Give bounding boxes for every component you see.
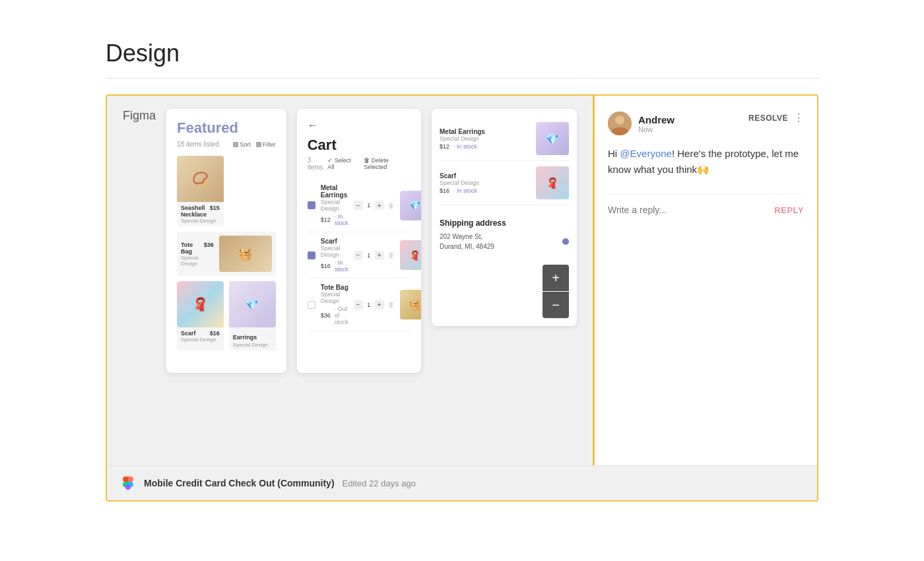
cart-item-checkbox[interactable] — [308, 301, 315, 309]
cart-ext-stock: · In stock — [453, 143, 477, 150]
product-name: Earrings — [233, 334, 257, 341]
product-brand: Special Design — [181, 218, 220, 224]
cart-item: Tote Bag Special Design $36 · Out of sto… — [308, 279, 411, 331]
product-header: Seashell Necklace $15 — [181, 205, 220, 218]
more-options-button[interactable]: ⋮ — [793, 112, 804, 124]
filter-button[interactable]: Filter — [256, 141, 276, 148]
cart-item-checkbox[interactable] — [308, 201, 315, 209]
cart-item-price: $36 — [321, 312, 331, 319]
footer-filename: Mobile Credit Card Check Out (Community) — [144, 478, 335, 488]
cart-ext-item: Metal Earrings Special Design $12 · In s… — [440, 117, 569, 161]
product-image-necklace: 📿 — [177, 156, 224, 202]
avatar-image — [608, 112, 632, 135]
featured-actions: Sort Filter — [233, 141, 276, 148]
user-details: Andrew Now — [638, 114, 675, 133]
product-header: Scarf $16 — [181, 330, 220, 337]
product-price: $15 — [210, 205, 220, 211]
select-all-button[interactable]: ✓ Select All — [327, 157, 357, 170]
shipping-row: 202 Wayne St, Durand, MI, 48429 — [440, 232, 569, 251]
page-container: Design Figma Featured 18 items listed So… — [0, 0, 924, 541]
product-brand: Special Design — [233, 342, 272, 348]
product-image-earrings: 💎 — [229, 281, 276, 327]
cart-item-image: 🧣 — [400, 240, 421, 270]
zoom-in-button[interactable]: + — [543, 265, 569, 291]
qty-plus[interactable]: + — [375, 251, 384, 260]
zoom-out-button[interactable]: − — [543, 292, 569, 318]
cart-frame: ← Cart 3 items ✓ Select All 🗑 Delete Sel… — [297, 109, 421, 373]
cart-item-brand: Special Design — [321, 291, 348, 304]
cart-item-image: 💎 — [400, 191, 421, 220]
cart-item-price: $16 — [321, 263, 331, 269]
product-grid: 📿 Seashell Necklace $15 Special Design — [177, 156, 276, 350]
delete-icon[interactable]: 🗑 — [388, 301, 395, 308]
cart-ext-stock: · In stock — [453, 187, 477, 194]
cart-item-info: Tote Bag Special Design $36 · Out of sto… — [321, 284, 348, 325]
list-item[interactable]: 🧣 Scarf $16 Special Design — [177, 281, 224, 350]
reply-area: REPLY — [608, 193, 804, 215]
shipping-title: Shipping address — [440, 218, 569, 228]
comment-mention[interactable]: @Everyone — [620, 148, 672, 159]
cart-ext-price: $12 — [440, 143, 449, 150]
qty-plus[interactable]: + — [375, 201, 384, 210]
qty-minus[interactable]: − — [354, 251, 363, 260]
featured-title: Featured — [177, 119, 276, 137]
comment-panel: Andrew Now RESOLVE ⋮ Hi @Everyone! Here'… — [593, 96, 817, 465]
product-name: Scarf — [181, 330, 196, 337]
sort-button[interactable]: Sort — [233, 141, 251, 148]
product-info: Seashell Necklace $15 Special Design — [177, 202, 224, 226]
preview-inner: Figma Featured 18 items listed Sort Filt… — [107, 96, 593, 465]
reply-button[interactable]: REPLY — [774, 205, 804, 215]
items-count: 18 items listed — [177, 141, 219, 148]
figma-label: Figma — [123, 109, 156, 123]
cart-ext-image: 💎 — [536, 122, 569, 155]
product-image-scarf: 🧣 — [177, 281, 224, 327]
cart-count: 3 items — [308, 156, 328, 171]
cart-item-checkbox[interactable] — [308, 251, 315, 259]
user-time: Now — [638, 125, 675, 133]
cart-ext-name: Metal Earrings — [440, 128, 531, 135]
comment-header: Andrew Now RESOLVE ⋮ — [608, 112, 804, 135]
comment-text-hi: Hi — [608, 148, 620, 159]
cart-item-brand: Special Design — [321, 199, 348, 212]
product-name: Seashell Necklace — [181, 205, 210, 218]
main-card: Figma Featured 18 items listed Sort Filt… — [106, 94, 818, 502]
cart-item-qty: − 1 + 🗑 — [354, 201, 395, 210]
cart-item: Scarf Special Design $16 · In stock − 1 — [308, 232, 411, 279]
qty-minus[interactable]: − — [354, 201, 363, 210]
back-button[interactable]: ← — [308, 119, 411, 131]
product-price: $16 — [210, 330, 220, 337]
delete-icon[interactable]: 🗑 — [388, 251, 395, 259]
cart-item-stock: · In stock — [335, 259, 348, 273]
product-price: $36 — [204, 242, 214, 248]
cart-title: Cart — [308, 137, 411, 154]
qty-minus[interactable]: − — [354, 300, 363, 310]
list-item[interactable]: 📿 Seashell Necklace $15 Special Design — [177, 156, 224, 226]
product-info: Scarf $16 Special Design — [177, 327, 224, 345]
delete-icon[interactable]: 🗑 — [388, 202, 395, 209]
avatar — [608, 112, 632, 135]
qty-value: 1 — [366, 302, 372, 308]
product-brand: Special Design — [181, 255, 214, 267]
cart-item-brand: Special Design — [321, 245, 348, 258]
reply-input[interactable] — [608, 205, 774, 215]
cart-meta: 3 items ✓ Select All 🗑 Delete Selected — [308, 156, 411, 171]
page-title: Design — [106, 40, 818, 67]
list-item[interactable]: 💎 Earrings Special Design — [229, 281, 276, 350]
cart-ext-info: Scarf Special Design $16 · In stock — [440, 172, 531, 194]
cart-ext-name: Scarf — [440, 172, 531, 180]
cart-ext-price-row: $16 · In stock — [440, 187, 531, 194]
footer-meta: Edited 22 days ago — [343, 478, 416, 488]
resolve-button[interactable]: RESOLVE — [748, 114, 788, 123]
qty-value: 1 — [366, 202, 372, 209]
list-item[interactable]: Tote Bag $36 Special Design 🧺 — [177, 232, 276, 276]
delete-selected-button[interactable]: 🗑 Delete Selected — [364, 157, 411, 170]
comment-controls: RESOLVE ⋮ — [748, 112, 804, 124]
qty-plus[interactable]: + — [375, 300, 384, 310]
card-footer: Mobile Credit Card Check Out (Community)… — [107, 465, 817, 500]
cart-item-name: Scarf — [321, 238, 348, 245]
cart-item: Metal Earrings Special Design $12 · In s… — [308, 179, 411, 232]
product-info: Earrings Special Design — [229, 327, 276, 350]
featured-meta: 18 items listed Sort Filter — [177, 141, 276, 148]
shipping-radio[interactable] — [562, 238, 569, 245]
cart-ext-image: 🧣 — [536, 166, 569, 199]
